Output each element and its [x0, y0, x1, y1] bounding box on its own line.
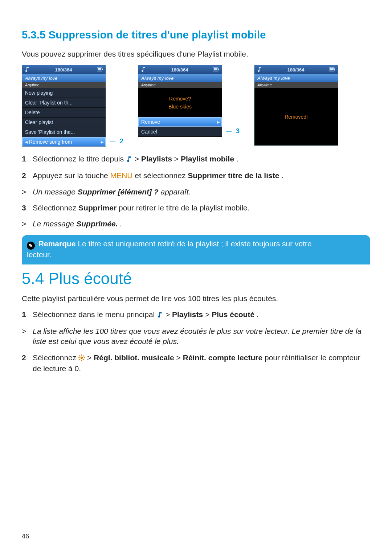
menu-item-clear-playlist-on[interactable]: Clear 'Playlist on th...: [22, 98, 106, 108]
device-screen-3: 180/364 Always my love Anytime Removed!: [254, 65, 338, 146]
screen-2-wrap: 180/364 Always my love Anytime Remove? B…: [138, 65, 240, 137]
heading-5-4: 5.4 Plus écouté: [22, 270, 370, 288]
menu-item-delete[interactable]: Delete: [22, 108, 106, 118]
step-number: 1: [22, 309, 26, 320]
svg-rect-2: [98, 68, 101, 70]
note-label: Remarque: [38, 239, 76, 248]
music-note-icon: [140, 66, 146, 73]
annotation-3: 3: [236, 127, 240, 135]
menu-item-save-playlist[interactable]: Save 'Playlist on the...: [22, 127, 106, 137]
annotation-2: 2: [120, 138, 123, 145]
page-number: 46: [22, 533, 29, 540]
arrow-marker: >: [22, 219, 26, 229]
svg-rect-17: [79, 359, 80, 360]
chevron-right-icon: ▸: [217, 119, 220, 125]
track-counter: 180/364: [171, 67, 188, 73]
annotation-dash: —: [226, 128, 232, 135]
steps-535: 1 Sélectionnez le titre depuis > Playlis…: [22, 154, 370, 229]
menu-key-label: MENU: [110, 171, 133, 180]
heading-number: 5.4: [22, 270, 44, 287]
confirm-line1: Remove?: [169, 96, 191, 102]
heading-title: Plus écouté: [48, 270, 132, 287]
heading-title: Suppression de titres d'une playlist mob…: [49, 29, 266, 41]
device-screen-1: 180/364 Always my love Anytime Now playi…: [22, 65, 106, 147]
step-2: 2 Appuyez sur la touche MENU et sélectio…: [22, 171, 370, 181]
menu-item-label: Remove song from: [29, 139, 72, 145]
now-playing-subtitle: Anytime: [254, 82, 338, 88]
battery-icon: [329, 67, 336, 73]
step-2: 2 Sélectionnez > Régl. bibliot. musicale…: [22, 353, 370, 374]
menu-item-clear-playlist[interactable]: Clear playist: [22, 118, 106, 127]
music-note-icon: [257, 66, 262, 73]
screen-1-wrap: 180/364 Always my love Anytime Now playi…: [22, 65, 123, 147]
music-icon: [157, 310, 163, 320]
now-playing-subtitle: Anytime: [138, 82, 222, 88]
steps-54: 1 Sélectionnez dans le menu principal > …: [22, 309, 370, 374]
svg-rect-13: [84, 357, 85, 358]
step-number: 2: [22, 171, 26, 181]
now-playing-title: Always my love: [138, 74, 222, 82]
svg-rect-8: [330, 68, 334, 70]
step-number: 1: [22, 154, 26, 164]
annotation-dash: —: [110, 139, 115, 145]
step-number: 2: [22, 353, 26, 363]
step-result-2: > Le message Supprimée. .: [22, 219, 370, 229]
note-text-2: lecteur.: [27, 250, 52, 259]
device-topbar: 180/364: [138, 65, 222, 74]
svg-rect-14: [79, 355, 80, 356]
now-playing-title: Always my love: [22, 74, 106, 82]
svg-rect-10: [81, 354, 82, 356]
menu-item-now-playing[interactable]: Now playing: [22, 88, 106, 98]
page: 5.3.5 Suppression de titres d'une playli…: [0, 0, 392, 554]
menu-item-remove-song[interactable]: ◂ Remove song from ▸: [22, 137, 106, 147]
svg-rect-15: [83, 359, 85, 360]
svg-point-9: [81, 356, 83, 359]
screenshots-row: 180/364 Always my love Anytime Now playi…: [22, 65, 370, 147]
chevron-right-icon: ▸: [101, 139, 103, 145]
device-screen-2: 180/364 Always my love Anytime Remove? B…: [138, 65, 222, 137]
note-text-1: Le titre est uniquement retiré de la pla…: [78, 239, 311, 248]
step-result-1: > Un message Supprimer [élément] ? appar…: [22, 187, 370, 197]
result-msg: Removed!: [285, 114, 308, 120]
step-3: 3 Sélectionnez Supprimer pour retirer le…: [22, 203, 370, 213]
svg-rect-5: [214, 68, 217, 70]
svg-rect-4: [218, 69, 219, 70]
step-number: 3: [22, 203, 26, 213]
battery-icon: [97, 67, 103, 73]
heading-number: 5.3.5: [22, 29, 46, 41]
step-1: 1 Sélectionnez dans le menu principal > …: [22, 309, 370, 320]
step-result: > La liste affiche les 100 titres que vo…: [22, 326, 370, 347]
arrow-marker: >: [22, 187, 26, 197]
svg-rect-16: [83, 355, 85, 356]
now-playing-subtitle: Anytime: [22, 82, 106, 88]
result-body: Removed!: [254, 88, 338, 145]
confirm-body: Remove? Blue skies: [138, 88, 222, 117]
track-counter: 180/364: [55, 67, 72, 73]
chevron-left-icon: ◂: [25, 139, 28, 145]
arrow-marker: >: [22, 326, 26, 336]
option-cancel[interactable]: Cancel: [138, 127, 222, 137]
heading-5-3-5: 5.3.5 Suppression de titres d'une playli…: [22, 29, 370, 41]
battery-icon: [213, 67, 220, 73]
screen-3-wrap: 180/364 Always my love Anytime Removed!: [254, 65, 338, 146]
step-1: 1 Sélectionnez le titre depuis > Playlis…: [22, 154, 370, 165]
svg-rect-1: [102, 69, 103, 70]
option-remove[interactable]: Remove ▸: [138, 117, 222, 127]
svg-rect-7: [334, 69, 335, 70]
intro-54: Cette playlist particulière vous permet …: [22, 294, 370, 303]
confirm-line2: Blue skies: [168, 104, 192, 110]
intro-535: Vous pouvez supprimer des titres spécifi…: [22, 50, 370, 58]
now-playing-title: Always my love: [254, 74, 338, 82]
music-note-icon: [24, 66, 30, 73]
device-topbar: 180/364: [254, 65, 338, 74]
gear-icon: [78, 353, 85, 364]
note-box: ✎ Remarque Le titre est uniquement retir…: [22, 235, 370, 264]
svg-rect-12: [78, 357, 79, 358]
option-label: Remove: [141, 119, 160, 125]
music-icon: [126, 155, 132, 165]
track-counter: 180/364: [287, 67, 305, 73]
svg-rect-11: [81, 360, 82, 361]
device-topbar: 180/364: [22, 65, 106, 74]
note-icon: ✎: [27, 242, 35, 250]
